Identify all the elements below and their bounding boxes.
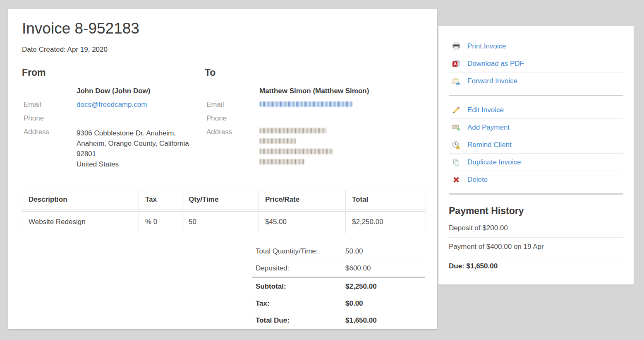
from-email-link[interactable]: docs@freedcamp.com bbox=[77, 101, 147, 109]
from-name-row: John Dow (John Dow) bbox=[22, 87, 205, 101]
col-description: Description bbox=[22, 190, 139, 210]
delete-invoice-link[interactable]: Delete bbox=[467, 176, 488, 184]
col-total: Total bbox=[346, 190, 426, 210]
pdf-icon bbox=[452, 60, 460, 68]
print-invoice-action[interactable]: Print Invoice bbox=[449, 38, 623, 55]
pencil-icon bbox=[452, 106, 460, 114]
from-name: John Dow (John Dow) bbox=[77, 87, 150, 95]
from-email-label: Email bbox=[22, 101, 77, 109]
from-email-row: Email docs@freedcamp.com bbox=[22, 101, 205, 114]
cell-total: $2,250.00 bbox=[346, 212, 426, 233]
to-address-row: Address bbox=[205, 128, 437, 175]
redacted-address-blur bbox=[259, 128, 333, 169]
to-address-label: Address bbox=[205, 128, 259, 169]
edit-invoice-action[interactable]: Edit Invoice bbox=[449, 101, 623, 119]
invoice-date-created: Date Created: Apr 19, 2020 bbox=[22, 46, 437, 54]
tax-row: Tax: $0.00 bbox=[252, 295, 425, 312]
cell-description: Website Redesign bbox=[22, 212, 139, 233]
table-header-row: Description Tax Qty/Time Price/Rate Tota… bbox=[22, 190, 426, 210]
cell-price-rate: $45.00 bbox=[259, 212, 346, 233]
total-quantity-row: Total Quantity/Time: 50.00 bbox=[252, 243, 425, 260]
delete-action[interactable]: Delete bbox=[449, 171, 623, 188]
reminder-clock-icon bbox=[452, 141, 460, 149]
to-email-row: Email bbox=[205, 101, 437, 114]
to-phone-row: Phone bbox=[205, 114, 437, 128]
duplicate-invoice-action[interactable]: Duplicate Invoice bbox=[449, 154, 623, 171]
add-payment-icon bbox=[452, 123, 460, 132]
payment-due-amount: Due: $1,650.00 bbox=[449, 256, 623, 276]
from-address-value: 9306 Cobblestone Dr. Anaheim, Anaheim, O… bbox=[77, 128, 189, 169]
totals-section: Total Quantity/Time: 50.00 Deposited: $6… bbox=[252, 243, 425, 329]
cell-tax: % 0 bbox=[139, 212, 182, 233]
parties-section: From John Dow (John Dow) Email docs@free… bbox=[22, 67, 437, 175]
redacted-email-blur bbox=[259, 101, 352, 107]
remind-client-action[interactable]: Remind Client bbox=[449, 136, 623, 154]
from-phone-row: Phone bbox=[22, 114, 205, 128]
print-invoice-link[interactable]: Print Invoice bbox=[467, 42, 506, 51]
remind-client-link[interactable]: Remind Client bbox=[467, 141, 512, 149]
add-payment-action[interactable]: Add Payment bbox=[449, 119, 623, 136]
forward-invoice-link[interactable]: Forward Invoice bbox=[467, 77, 517, 85]
col-qty-time: Qty/Time bbox=[182, 190, 259, 210]
edit-invoice-link[interactable]: Edit Invoice bbox=[467, 106, 504, 114]
from-phone-label: Phone bbox=[22, 114, 77, 122]
from-address-row: Address 9306 Cobblestone Dr. Anaheim, An… bbox=[22, 128, 205, 175]
to-name-row: Matthew Simon (Matthew Simon) bbox=[205, 87, 437, 101]
deposited-row: Deposited: $600.00 bbox=[252, 260, 425, 278]
envelope-forward-icon bbox=[452, 77, 460, 85]
invoice-actions-panel: Print Invoice Download as PDF Forward In… bbox=[438, 26, 634, 285]
from-address-label: Address bbox=[22, 128, 77, 169]
sidebar-group-divider bbox=[449, 95, 623, 96]
delete-x-icon bbox=[452, 176, 460, 184]
subtotal-row: Subtotal: $2,250.00 bbox=[252, 278, 425, 295]
invoice-panel: Invoice 8-952183 Date Created: Apr 19, 2… bbox=[8, 9, 437, 329]
duplicate-pages-icon bbox=[452, 158, 460, 166]
payment-history-entry: Deposit of $200.00 bbox=[449, 219, 623, 238]
payment-history-entry: Payment of $400.00 on 19 Apr bbox=[449, 238, 623, 256]
duplicate-invoice-link[interactable]: Duplicate Invoice bbox=[467, 158, 521, 166]
download-pdf-action[interactable]: Download as PDF bbox=[449, 55, 623, 72]
forward-invoice-action[interactable]: Forward Invoice bbox=[449, 72, 623, 89]
invoice-items-table: Description Tax Qty/Time Price/Rate Tota… bbox=[22, 190, 426, 233]
to-email-label: Email bbox=[205, 101, 259, 109]
table-row: Website Redesign % 0 50 $45.00 $2,250.00 bbox=[22, 211, 426, 233]
from-heading: From bbox=[22, 67, 205, 78]
col-price-rate: Price/Rate bbox=[259, 190, 346, 210]
col-tax: Tax bbox=[139, 190, 182, 210]
add-payment-link[interactable]: Add Payment bbox=[467, 123, 510, 132]
payment-history-heading: Payment History bbox=[449, 205, 623, 217]
download-pdf-link[interactable]: Download as PDF bbox=[467, 60, 524, 68]
total-due-row: Total Due: $1,650.00 bbox=[252, 312, 425, 329]
to-name: Matthew Simon (Matthew Simon) bbox=[259, 87, 369, 95]
from-section: From John Dow (John Dow) Email docs@free… bbox=[22, 67, 205, 175]
sidebar-group-divider bbox=[449, 193, 623, 195]
invoice-title: Invoice 8-952183 bbox=[22, 20, 437, 38]
to-section: To Matthew Simon (Matthew Simon) Email P… bbox=[205, 67, 437, 175]
cell-qty-time: 50 bbox=[182, 212, 259, 233]
to-heading: To bbox=[205, 67, 437, 78]
printer-icon bbox=[452, 42, 460, 51]
to-phone-label: Phone bbox=[205, 114, 259, 122]
